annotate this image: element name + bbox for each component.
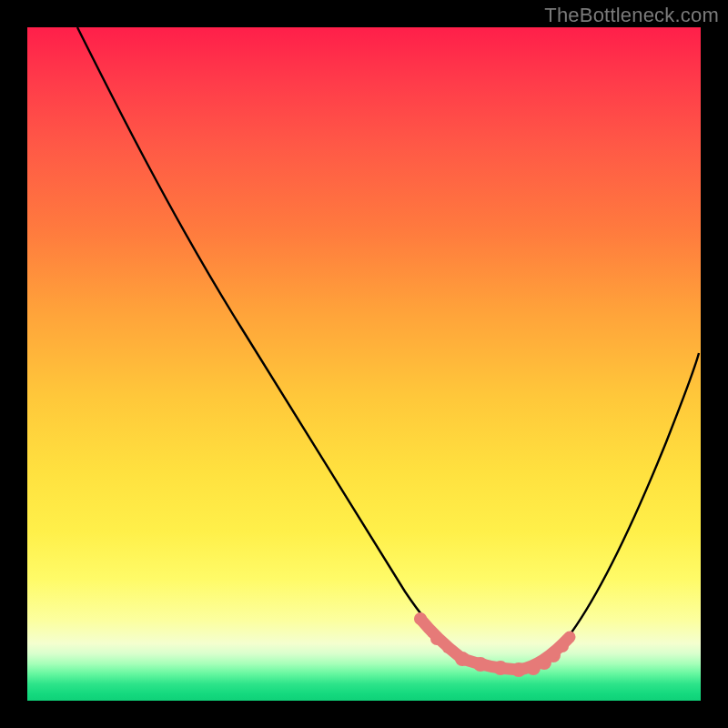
watermark-text: TheBottleneck.com	[544, 4, 719, 27]
chart-frame: TheBottleneck.com	[0, 0, 728, 728]
chart-svg	[27, 27, 701, 701]
curve-right-branch	[519, 353, 699, 670]
curve-left-branch	[77, 27, 519, 670]
highlight-markers	[414, 612, 575, 677]
chart-plot-area	[27, 27, 701, 701]
